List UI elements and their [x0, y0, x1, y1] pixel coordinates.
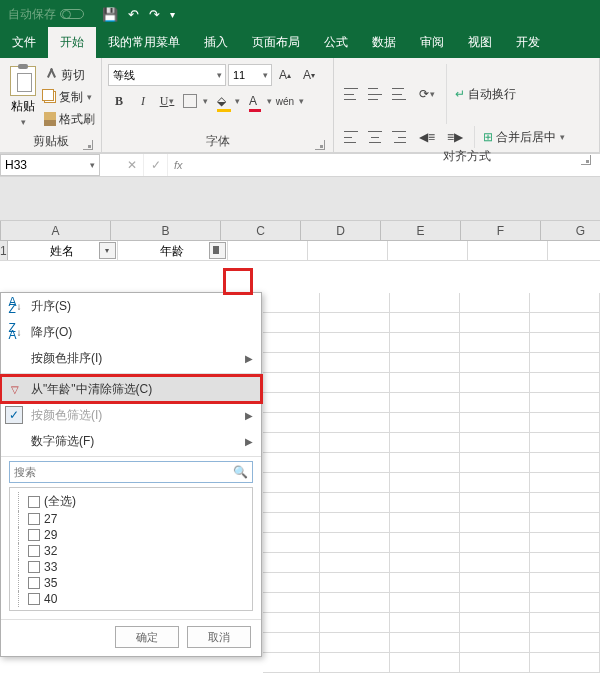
- qat-more-icon[interactable]: ▾: [170, 9, 175, 20]
- filter-ok-button[interactable]: 确定: [115, 626, 179, 648]
- col-header-f[interactable]: F: [461, 221, 541, 240]
- decrease-font-button[interactable]: A▾: [298, 64, 320, 86]
- select-all-corner[interactable]: [0, 221, 1, 240]
- col-header-d[interactable]: D: [301, 221, 381, 240]
- filter-item-40[interactable]: 40: [14, 591, 248, 607]
- filter-by-color-item[interactable]: ✓按颜色筛选(I)▶: [1, 402, 261, 428]
- check-icon: ✓: [5, 406, 23, 424]
- align-left-button[interactable]: [340, 126, 362, 148]
- col-header-b[interactable]: B: [111, 221, 221, 240]
- filter-dropdown-menu: AZ↓升序(S) ZA↓降序(O) 按颜色排序(I)▶ ▽从"年龄"中清除筛选(…: [0, 292, 262, 657]
- number-filter-item[interactable]: 数字筛选(F)▶: [1, 428, 261, 454]
- tab-home[interactable]: 开始: [48, 27, 96, 58]
- tab-formula[interactable]: 公式: [312, 27, 360, 58]
- tab-custom[interactable]: 我的常用菜单: [96, 27, 192, 58]
- font-name-select[interactable]: 等线: [108, 64, 226, 86]
- tab-layout[interactable]: 页面布局: [240, 27, 312, 58]
- filter-search-input[interactable]: [14, 466, 233, 478]
- filter-item-29[interactable]: 29: [14, 527, 248, 543]
- border-button[interactable]: [183, 94, 197, 108]
- col-header-g[interactable]: G: [541, 221, 600, 240]
- filter-search-box[interactable]: 🔍: [9, 461, 253, 483]
- group-align-label: 对齐方式: [340, 148, 593, 167]
- align-top-button[interactable]: [340, 83, 362, 105]
- paste-button[interactable]: 粘贴 ▾: [6, 64, 40, 129]
- cell-f1[interactable]: [468, 241, 548, 260]
- align-launcher[interactable]: [581, 155, 591, 165]
- tab-file[interactable]: 文件: [0, 27, 48, 58]
- col-header-e[interactable]: E: [381, 221, 461, 240]
- align-bottom-button[interactable]: [388, 83, 410, 105]
- fx-icon[interactable]: fx: [168, 159, 189, 171]
- underline-button[interactable]: U▾: [156, 90, 178, 112]
- filter-item-32[interactable]: 32: [14, 543, 248, 559]
- tab-dev[interactable]: 开发: [504, 27, 552, 58]
- wrap-text-button[interactable]: ↵自动换行: [455, 83, 516, 105]
- filter-item-33[interactable]: 33: [14, 559, 248, 575]
- redo-icon[interactable]: ↷: [149, 7, 160, 22]
- filter-button-a[interactable]: [99, 242, 116, 259]
- font-launcher[interactable]: [315, 140, 325, 150]
- autosave-toggle[interactable]: [60, 9, 84, 19]
- cell-b1[interactable]: 年龄: [118, 241, 228, 260]
- group-font-label: 字体: [108, 133, 327, 152]
- undo-icon[interactable]: ↶: [128, 7, 139, 22]
- clear-filter-icon: ▽: [7, 381, 23, 397]
- autosave-label: 自动保存: [8, 6, 84, 23]
- cell-d1[interactable]: [308, 241, 388, 260]
- col-header-a[interactable]: A: [1, 221, 111, 240]
- tab-review[interactable]: 审阅: [408, 27, 456, 58]
- filter-item-all[interactable]: (全选): [14, 492, 248, 511]
- cell-g1[interactable]: [548, 241, 600, 260]
- align-center-button[interactable]: [364, 126, 386, 148]
- row-header-1[interactable]: 1: [0, 241, 8, 260]
- font-size-select[interactable]: 11: [228, 64, 272, 86]
- tab-view[interactable]: 视图: [456, 27, 504, 58]
- align-right-button[interactable]: [388, 126, 410, 148]
- sort-asc-item[interactable]: AZ↓升序(S): [1, 293, 261, 319]
- col-header-c[interactable]: C: [221, 221, 301, 240]
- format-painter-button[interactable]: 格式刷: [44, 108, 95, 130]
- clipboard-launcher[interactable]: [83, 140, 93, 150]
- grid-empty-area[interactable]: [263, 293, 600, 677]
- italic-button[interactable]: I: [132, 90, 154, 112]
- cancel-formula-button[interactable]: ✕: [120, 154, 144, 176]
- font-color-button[interactable]: A: [242, 90, 264, 112]
- bold-button[interactable]: B: [108, 90, 130, 112]
- sort-desc-item[interactable]: ZA↓降序(O): [1, 319, 261, 345]
- filter-item-35[interactable]: 35: [14, 575, 248, 591]
- name-box[interactable]: H33▾: [0, 154, 100, 176]
- phonetic-button[interactable]: wén: [274, 90, 296, 112]
- paste-icon: [10, 66, 36, 96]
- tab-insert[interactable]: 插入: [192, 27, 240, 58]
- copy-button[interactable]: 复制▾: [44, 86, 95, 108]
- confirm-formula-button[interactable]: ✓: [144, 154, 168, 176]
- save-icon[interactable]: 💾: [102, 7, 118, 22]
- clear-filter-item[interactable]: ▽从"年龄"中清除筛选(C): [1, 376, 261, 402]
- ribbon-tabs: 文件 开始 我的常用菜单 插入 页面布局 公式 数据 审阅 视图 开发: [0, 28, 600, 58]
- cell-a1[interactable]: 姓名: [8, 241, 118, 260]
- decrease-indent-button[interactable]: ◀≡: [416, 126, 438, 148]
- increase-font-button[interactable]: A▴: [274, 64, 296, 86]
- ribbon: 粘贴 ▾ 剪切 复制▾ 格式刷 剪贴板 等线 11 A▴ A▾ B I U▾ ▾: [0, 58, 600, 153]
- filter-button-b[interactable]: [209, 242, 226, 259]
- align-middle-button[interactable]: [364, 83, 386, 105]
- copy-icon: [44, 91, 56, 103]
- fill-color-button[interactable]: ⬙: [210, 90, 232, 112]
- scissors-icon: [44, 68, 58, 82]
- filter-item-27[interactable]: 27: [14, 511, 248, 527]
- group-clipboard-label: 剪贴板: [6, 133, 95, 152]
- orientation-button[interactable]: ⟳▾: [416, 83, 438, 105]
- cell-c1[interactable]: [228, 241, 308, 260]
- merge-center-button[interactable]: ⊞合并后居中▾: [483, 126, 565, 148]
- brush-icon: [44, 112, 56, 126]
- filter-cancel-button[interactable]: 取消: [187, 626, 251, 648]
- highlight-filter-icon: [223, 268, 253, 295]
- increase-indent-button[interactable]: ≡▶: [444, 126, 466, 148]
- cut-button[interactable]: 剪切: [44, 64, 95, 86]
- submenu-arrow-icon: ▶: [245, 353, 253, 364]
- cell-e1[interactable]: [388, 241, 468, 260]
- sort-by-color-item[interactable]: 按颜色排序(I)▶: [1, 345, 261, 371]
- filter-values-tree[interactable]: (全选) 27 29 32 33 35 40: [9, 487, 253, 611]
- tab-data[interactable]: 数据: [360, 27, 408, 58]
